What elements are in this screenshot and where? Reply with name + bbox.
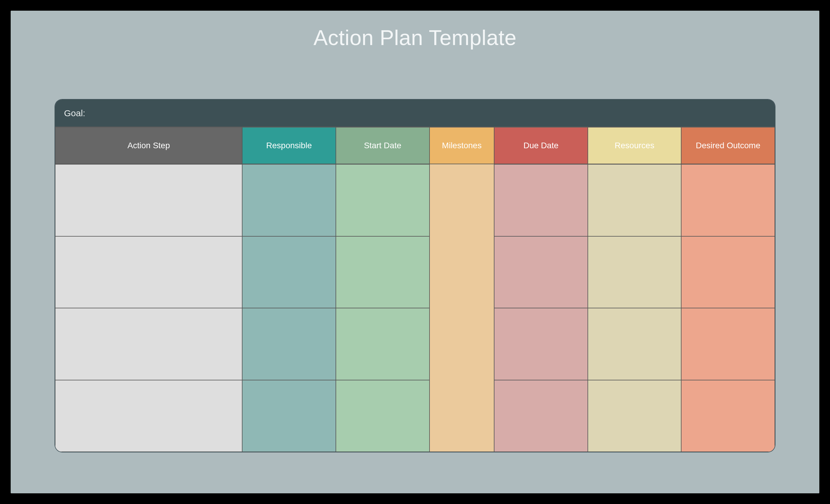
header-milestones: Milestones bbox=[429, 127, 494, 164]
header-action-step: Action Step bbox=[55, 127, 242, 164]
header-responsible: Responsible bbox=[242, 127, 336, 164]
cell-action-step[interactable] bbox=[55, 164, 242, 236]
cell-due-date[interactable] bbox=[494, 308, 588, 380]
col-start-date bbox=[336, 164, 429, 452]
cell-resources[interactable] bbox=[588, 380, 681, 452]
cell-action-step[interactable] bbox=[55, 236, 242, 308]
action-plan-card: Goal: Action Step Responsible Start Date… bbox=[55, 100, 775, 452]
cell-start-date[interactable] bbox=[336, 380, 429, 452]
col-resources bbox=[588, 164, 681, 452]
cell-desired-outcome[interactable] bbox=[681, 164, 775, 236]
col-milestones-merged[interactable] bbox=[429, 164, 494, 452]
col-action-step bbox=[55, 164, 242, 452]
cell-start-date[interactable] bbox=[336, 236, 429, 308]
table-body bbox=[55, 164, 775, 452]
cell-resources[interactable] bbox=[588, 236, 681, 308]
table-header-row: Action Step Responsible Start Date Miles… bbox=[55, 127, 775, 164]
header-resources: Resources bbox=[588, 127, 681, 164]
col-responsible bbox=[242, 164, 336, 452]
cell-resources[interactable] bbox=[588, 164, 681, 236]
cell-start-date[interactable] bbox=[336, 164, 429, 236]
header-due-date: Due Date bbox=[494, 127, 588, 164]
cell-desired-outcome[interactable] bbox=[681, 236, 775, 308]
cell-due-date[interactable] bbox=[494, 236, 588, 308]
cell-due-date[interactable] bbox=[494, 164, 588, 236]
cell-responsible[interactable] bbox=[242, 308, 336, 380]
goal-bar[interactable]: Goal: bbox=[55, 100, 775, 127]
cell-desired-outcome[interactable] bbox=[681, 380, 775, 452]
cell-responsible[interactable] bbox=[242, 380, 336, 452]
header-desired-outcome: Desired Outcome bbox=[681, 127, 775, 164]
header-start-date: Start Date bbox=[336, 127, 429, 164]
cell-action-step[interactable] bbox=[55, 308, 242, 380]
cell-start-date[interactable] bbox=[336, 308, 429, 380]
cell-action-step[interactable] bbox=[55, 380, 242, 452]
diagram-canvas: Action Plan Template Goal: Action Step R… bbox=[11, 11, 819, 493]
cell-desired-outcome[interactable] bbox=[681, 308, 775, 380]
col-due-date bbox=[494, 164, 588, 452]
col-desired-outcome bbox=[681, 164, 775, 452]
outer-frame: Action Plan Template Goal: Action Step R… bbox=[0, 0, 830, 504]
cell-due-date[interactable] bbox=[494, 380, 588, 452]
goal-label: Goal: bbox=[64, 108, 85, 118]
cell-responsible[interactable] bbox=[242, 164, 336, 236]
page-title: Action Plan Template bbox=[11, 26, 819, 50]
cell-resources[interactable] bbox=[588, 308, 681, 380]
cell-responsible[interactable] bbox=[242, 236, 336, 308]
